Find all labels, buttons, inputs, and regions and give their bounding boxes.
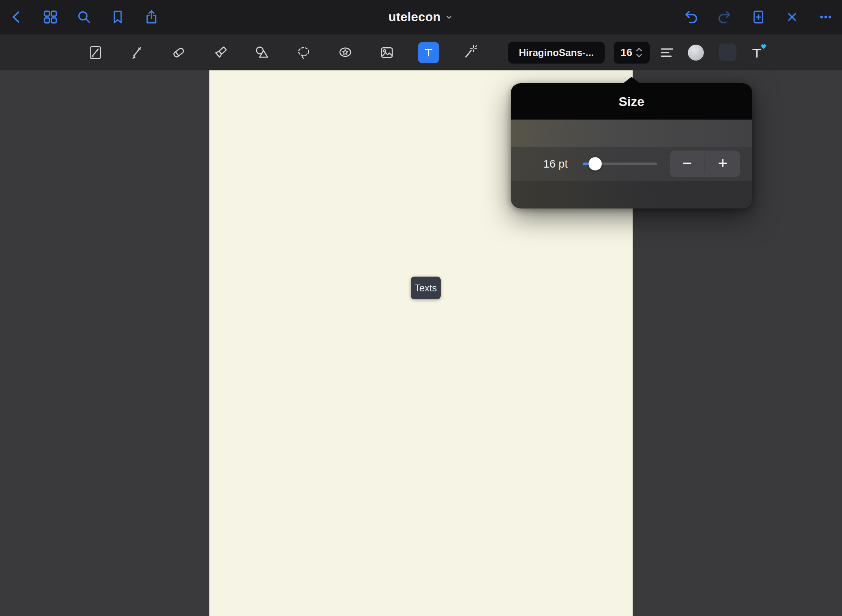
heart-badge-icon [760, 43, 767, 50]
pen-icon [128, 44, 146, 61]
size-popover-header: Size [511, 83, 752, 120]
text-align-button[interactable] [658, 44, 676, 61]
eraser-icon [170, 44, 187, 61]
page-thumbnails-button[interactable] [42, 8, 59, 26]
text-color-button[interactable] [687, 44, 705, 61]
size-control-row: 16 pt − + [511, 147, 752, 181]
pen-mode-tool-button[interactable] [87, 44, 104, 61]
share-icon [143, 9, 160, 25]
laser-pointer-tool-button[interactable] [462, 44, 479, 61]
topbar-left-group [8, 0, 160, 34]
size-popover: Size 16 pt − + [511, 83, 752, 208]
text-tool-icon [422, 46, 435, 59]
photo-tool-button[interactable] [378, 44, 396, 61]
drawing-tools-group [87, 34, 479, 71]
chevron-left-icon [8, 9, 25, 25]
laser-pointer-icon [462, 44, 479, 61]
shapes-tool-button[interactable] [253, 44, 271, 61]
app-window: utelecon [0, 0, 842, 616]
chevron-up-down-icon [635, 46, 643, 59]
redo-icon [716, 9, 733, 25]
size-decrease-button[interactable]: − [670, 151, 705, 177]
add-page-icon [750, 9, 767, 25]
color-swatch-icon [719, 44, 736, 61]
elements-sticker-icon [337, 44, 354, 61]
color-swatch-button[interactable] [719, 44, 736, 61]
size-stepper: − + [670, 151, 740, 177]
close-button[interactable] [783, 8, 801, 26]
eraser-tool-button[interactable] [170, 44, 187, 61]
share-button[interactable] [143, 8, 160, 26]
ellipsis-icon [817, 9, 834, 25]
color-circle-icon [688, 45, 704, 61]
font-family-button[interactable]: HiraginoSans-... [508, 42, 605, 64]
font-size-button[interactable]: 16 [614, 42, 650, 64]
photo-icon [378, 44, 396, 61]
highlighter-tool-button[interactable] [212, 44, 229, 61]
text-tool-active-highlight [418, 42, 439, 63]
size-popover-footer [511, 181, 752, 208]
search-icon [76, 9, 92, 25]
pen-tool-button[interactable] [128, 44, 146, 61]
align-left-icon [658, 44, 676, 61]
back-button[interactable] [8, 8, 25, 26]
grid-icon [42, 9, 59, 25]
bookmark-icon [109, 9, 126, 25]
undo-icon [683, 9, 699, 25]
close-icon [784, 9, 800, 25]
redo-button[interactable] [716, 8, 733, 26]
search-button[interactable] [75, 8, 93, 26]
popover-arrow [623, 77, 640, 84]
tool-bar: HiraginoSans-... 16 [0, 34, 842, 70]
lasso-tool-button[interactable] [295, 44, 312, 61]
size-popover-title: Size [619, 94, 644, 109]
highlighter-icon [212, 44, 229, 61]
size-increase-button[interactable]: + [705, 151, 740, 177]
elements-tool-button[interactable] [337, 44, 354, 61]
font-family-label: HiraginoSans-... [519, 47, 594, 59]
size-slider[interactable] [583, 147, 657, 181]
more-button[interactable] [817, 8, 834, 26]
topbar-right-group [682, 0, 834, 34]
size-value-label: 16 pt [543, 147, 568, 181]
document-title-menu[interactable]: utelecon [388, 0, 454, 34]
add-page-button[interactable] [750, 8, 767, 26]
chevron-down-icon [444, 12, 454, 22]
lasso-icon [295, 44, 312, 61]
top-navigation-bar: utelecon [0, 0, 842, 34]
pen-mode-icon [87, 44, 104, 61]
bookmark-button[interactable] [109, 8, 126, 26]
size-slider-thumb[interactable] [589, 157, 602, 171]
undo-button[interactable] [682, 8, 700, 26]
text-tool-button[interactable] [420, 44, 437, 61]
size-popover-band [511, 120, 752, 147]
document-title: utelecon [388, 10, 441, 24]
shapes-icon [253, 44, 271, 61]
selected-text-element[interactable]: Texts [411, 277, 441, 299]
font-size-value: 16 [621, 47, 632, 59]
text-style-favorite-button[interactable] [748, 44, 766, 61]
